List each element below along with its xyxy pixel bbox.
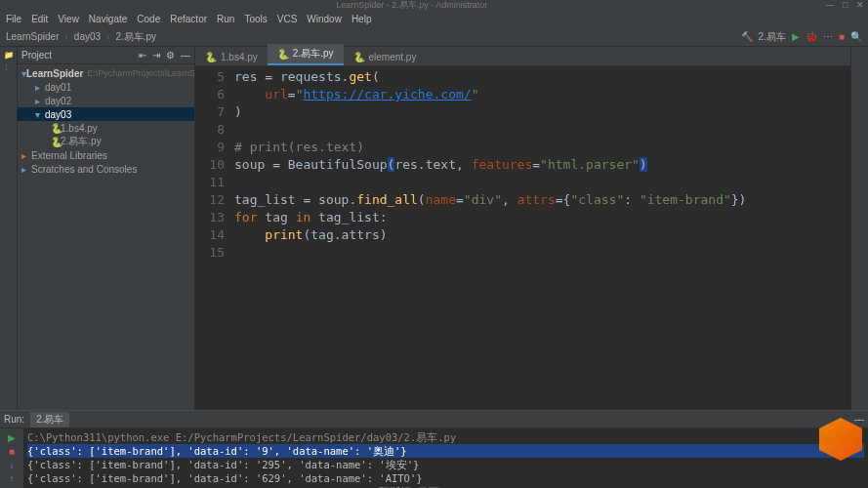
tree-file[interactable]: 🐍1.bs4.py bbox=[18, 121, 194, 135]
hide-panel-icon[interactable]: — bbox=[854, 414, 864, 425]
run-panel: Run: 2.易车 — ▶ ■ ↓ ↑ ↩ 🖨 🗑 C:\Python311\p… bbox=[0, 410, 868, 488]
project-tool-icon[interactable]: 📁 bbox=[4, 51, 14, 60]
structure-tool-icon[interactable]: … bbox=[4, 63, 13, 71]
tree-folder[interactable]: ▸day02 bbox=[18, 94, 194, 107]
breadcrumb-file[interactable]: 2.易车.py bbox=[115, 30, 156, 44]
menu-navigate[interactable]: Navigate bbox=[89, 14, 127, 24]
menu-run[interactable]: Run bbox=[217, 14, 234, 24]
run-output[interactable]: C:\Python311\python.exe E:/PycharmProjec… bbox=[23, 428, 868, 488]
hide-icon[interactable]: — bbox=[181, 50, 190, 61]
close-button[interactable]: ✕ bbox=[856, 0, 864, 10]
code-editor[interactable]: 56789101112131415 res = requests.get( ur… bbox=[195, 66, 850, 410]
folder-icon: ▸ bbox=[35, 96, 45, 106]
menu-bar: FileEditViewNavigateCodeRefactorRunTools… bbox=[0, 10, 868, 27]
hammer-icon[interactable]: 🔨 bbox=[741, 31, 753, 42]
collapse-icon[interactable]: ⇤ bbox=[139, 50, 146, 61]
stop-icon[interactable]: ■ bbox=[839, 31, 845, 42]
python-file-icon: 🐍 bbox=[353, 52, 365, 62]
run-config-dropdown[interactable]: 2.易车 bbox=[759, 30, 786, 44]
up-icon[interactable]: ↑ bbox=[10, 473, 15, 484]
editor-tab[interactable]: 🐍element.py bbox=[344, 49, 427, 65]
stop-run-icon[interactable]: ■ bbox=[9, 446, 15, 457]
run-panel-title: Run: bbox=[4, 414, 24, 425]
editor-tab[interactable]: 🐍1.bs4.py bbox=[195, 49, 268, 65]
menu-file[interactable]: File bbox=[6, 14, 21, 24]
menu-vcs[interactable]: VCS bbox=[277, 14, 298, 24]
gear-icon[interactable]: ⚙ bbox=[166, 50, 175, 61]
breadcrumb-separator-icon: › bbox=[64, 31, 67, 42]
breadcrumb-folder[interactable]: day03 bbox=[74, 31, 101, 42]
right-tool-strip bbox=[850, 47, 868, 410]
editor-tab[interactable]: 🐍2.易车.py bbox=[268, 44, 344, 65]
code-content[interactable]: res = requests.get( url="https://car.yic… bbox=[234, 66, 850, 410]
project-sidebar: Project ⇤ ⇥ ⚙ — ▾ LearnSpider E:\Pycharm… bbox=[18, 47, 195, 410]
debug-icon[interactable]: 🐞 bbox=[806, 31, 817, 42]
tree-folder-selected[interactable]: ▾day03 bbox=[18, 107, 194, 121]
menu-view[interactable]: View bbox=[58, 14, 79, 24]
menu-window[interactable]: Window bbox=[307, 14, 342, 24]
expand-icon[interactable]: ⇥ bbox=[152, 50, 160, 61]
tree-libs[interactable]: ▸External Libraries bbox=[18, 148, 194, 162]
more-icon[interactable]: ⋯ bbox=[823, 31, 833, 42]
run-panel-config[interactable]: 2.易车 bbox=[30, 412, 69, 427]
python-file-icon: 🐍 bbox=[51, 123, 61, 134]
tree-folder[interactable]: ▸day01 bbox=[18, 80, 194, 94]
sidebar-title: Project bbox=[21, 50, 52, 61]
library-icon: ▸ bbox=[21, 150, 31, 161]
rerun-icon[interactable]: ▶ bbox=[8, 432, 16, 443]
maximize-button[interactable]: □ bbox=[843, 0, 847, 10]
window-titlebar: LearnSpider - 2.易车.py - Administrator — … bbox=[0, 0, 868, 10]
editor-tabs: 🐍1.bs4.py🐍2.易车.py🐍element.py bbox=[195, 47, 850, 66]
menu-refactor[interactable]: Refactor bbox=[170, 14, 207, 24]
run-toolbar: ▶ ■ ↓ ↑ ↩ 🖨 🗑 bbox=[0, 428, 23, 488]
toolbar: LearnSpider › day03 › 2.易车.py 🔨 2.易车 ▶ 🐞… bbox=[0, 27, 868, 47]
minimize-button[interactable]: — bbox=[826, 0, 835, 10]
run-icon[interactable]: ▶ bbox=[792, 31, 800, 42]
tree-scratch[interactable]: ▸Scratches and Consoles bbox=[18, 162, 194, 176]
breadcrumb-separator-icon: › bbox=[106, 31, 109, 42]
tree-file[interactable]: 🐍2.易车.py bbox=[18, 135, 194, 148]
breadcrumb-project[interactable]: LearnSpider bbox=[6, 31, 59, 42]
menu-help[interactable]: Help bbox=[351, 14, 372, 24]
left-tool-strip: 📁 … bbox=[0, 47, 18, 410]
folder-icon: ▾ bbox=[35, 109, 45, 120]
python-file-icon: 🐍 bbox=[51, 137, 61, 147]
menu-tools[interactable]: Tools bbox=[244, 14, 267, 24]
window-buttons: — □ ✕ bbox=[820, 0, 864, 10]
python-file-icon: 🐍 bbox=[205, 52, 217, 62]
folder-icon: ▸ bbox=[35, 82, 45, 93]
project-tree[interactable]: ▾ LearnSpider E:\PycharmProjects\LearnSp… bbox=[18, 64, 194, 178]
window-title: LearnSpider - 2.易车.py - Administrator bbox=[336, 0, 487, 12]
tree-root[interactable]: ▾ LearnSpider E:\PycharmProjects\LearnSp… bbox=[18, 66, 194, 80]
menu-edit[interactable]: Edit bbox=[31, 14, 48, 24]
search-icon[interactable]: 🔍 bbox=[850, 31, 862, 42]
line-gutter: 56789101112131415 bbox=[195, 66, 234, 410]
python-file-icon: 🐍 bbox=[277, 49, 289, 60]
menu-code[interactable]: Code bbox=[137, 14, 160, 24]
down-icon[interactable]: ↓ bbox=[10, 460, 15, 470]
scratch-icon: ▸ bbox=[21, 164, 31, 175]
